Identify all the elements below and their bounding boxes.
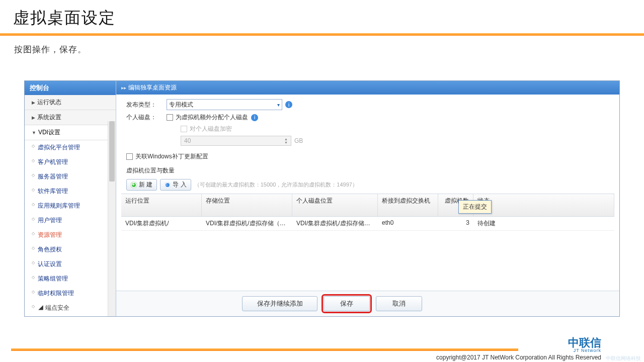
sidebar-header: 控制台: [25, 81, 116, 95]
row-disk-size: 40 ▲▼ GB: [126, 134, 609, 147]
form-area: 发布类型： 专用模式 ▾ i 个人磁盘： 为虚拟机额外分配个人磁盘 i 对个人磁…: [116, 95, 619, 164]
btn-label: 导 入: [173, 180, 186, 189]
publish-type-combo[interactable]: 专用模式 ▾: [167, 99, 282, 110]
sub-app-rule-mgmt[interactable]: 应用规则库管理: [25, 199, 116, 213]
personal-disk-text: 为虚拟机额外分配个人磁盘: [176, 113, 248, 122]
cell-switch: eth0: [378, 217, 438, 230]
sub-client-mgmt[interactable]: 客户机管理: [25, 155, 116, 169]
row-personal-disk: 个人磁盘： 为虚拟机额外分配个人磁盘 i: [126, 112, 609, 123]
nav-runtime-status[interactable]: ▶运行状态: [25, 95, 116, 110]
row-encrypt-disk: 对个人磁盘加密: [126, 123, 609, 134]
vdi-sublist: 虚拟化平台管理 客户机管理 服务器管理 软件库管理 应用规则库管理 用户管理 资…: [25, 140, 116, 317]
col-run-location: 运行位置: [121, 194, 202, 216]
win-update-text: 关联Windows补丁更新配置: [135, 152, 208, 161]
copyright-text: copyright@2017 JT NetWork Corporation Al…: [436, 354, 601, 361]
sub-server-mgmt[interactable]: 服务器管理: [25, 169, 116, 184]
nav-system-settings[interactable]: ▶系统设置: [25, 110, 116, 125]
col-personal-disk: 个人磁盘位置: [292, 194, 378, 216]
submitting-tooltip: 正在提交: [458, 200, 492, 214]
personal-disk-checkbox[interactable]: [167, 114, 173, 121]
watermark: 中联信网络科技: [606, 355, 641, 362]
chevron-down-icon: ▾: [277, 102, 280, 108]
cell-run: VDI/集群虚拟机/: [121, 217, 202, 230]
col-store-location: 存储位置: [202, 194, 292, 216]
col-vswitch: 桥接到虚拟交换机: [378, 194, 438, 216]
nav-label: VDI设置: [38, 128, 60, 137]
logo-main: 中联信: [568, 337, 601, 348]
sub-policy-group[interactable]: 策略组管理: [25, 272, 116, 286]
scrollbar-thumb[interactable]: [109, 121, 115, 182]
import-icon: [165, 182, 171, 188]
sub-virtual-platform[interactable]: 虚拟化平台管理: [25, 140, 116, 155]
personal-disk-label: 个人磁盘：: [126, 113, 167, 122]
chevron-right-icon: ▶: [32, 100, 35, 105]
grid-row[interactable]: VDI/集群虚拟机/ VDI/集群虚拟机/虚拟存储（三… VDI/集群虚拟机/虚…: [121, 217, 614, 231]
app-screenshot: 控制台 ▶运行状态 ▶系统设置 ▼VDI设置 虚拟化平台管理 客户机管理 服务器…: [24, 80, 620, 317]
info-icon[interactable]: i: [251, 114, 258, 121]
logo-sub: JT Network: [574, 348, 601, 353]
row-publish-type: 发布类型： 专用模式 ▾ i: [126, 98, 609, 112]
win-update-checkbox[interactable]: [126, 153, 133, 160]
button-bar: 保存并继续添加 保存 取消: [116, 291, 619, 316]
slide-title: 虚拟桌面设定: [0, 0, 644, 33]
encrypt-text: 对个人磁盘加密: [190, 125, 232, 133]
save-continue-button[interactable]: 保存并继续添加: [242, 296, 317, 311]
slide-subtitle: 按图操作，保存。: [0, 36, 644, 55]
chevron-right-icon: ▶: [32, 115, 35, 120]
endpoint-label: 端点安全: [45, 304, 69, 311]
cell-store: VDI/集群虚拟机/虚拟存储（三…: [202, 217, 292, 230]
row-win-update: 关联Windows补丁更新配置: [126, 151, 609, 162]
chevron-down-icon: ▼: [32, 130, 36, 135]
publish-type-label: 发布类型：: [126, 101, 167, 109]
grid-toolbar: 新 建 导 入 （可创建的最大虚拟机数：15000，允许添加的虚拟机数：1499…: [116, 177, 619, 193]
sub-resource-mgmt[interactable]: 资源管理: [25, 228, 116, 242]
grid-header: 运行位置 存储位置 个人磁盘位置 桥接到虚拟交换机 虚拟机数量 状态: [121, 194, 614, 217]
nav-vdi-settings[interactable]: ▼VDI设置: [25, 125, 116, 140]
cell-status: 待创建: [473, 217, 614, 230]
endpoint-children: 端点安全规则 端点安全策略: [25, 315, 116, 317]
sub-user-mgmt[interactable]: 用户管理: [25, 213, 116, 228]
footer-divider: [11, 348, 518, 351]
nav-label: 运行状态: [37, 98, 61, 107]
sidebar-scrollbar[interactable]: [108, 121, 116, 316]
sub-role-auth[interactable]: 角色授权: [25, 242, 116, 257]
col-status: 状态: [473, 194, 614, 216]
cell-count: 3: [438, 217, 473, 230]
disk-size-unit: GB: [294, 137, 303, 144]
sidebar: 控制台 ▶运行状态 ▶系统设置 ▼VDI设置 虚拟化平台管理 客户机管理 服务器…: [25, 81, 116, 316]
sub-endpoint-security[interactable]: ◢ 端点安全: [25, 301, 116, 315]
company-logo: 中联信 JT Network: [568, 337, 601, 353]
toolbar-hint: （可创建的最大虚拟机数：15000，允许添加的虚拟机数：14997）: [194, 181, 358, 189]
disk-size-value: 40: [184, 137, 191, 144]
section-vm-location: 虚拟机位置与数量: [116, 164, 619, 177]
cell-pdisk: VDI/集群虚拟机/虚拟存储（…: [292, 217, 378, 230]
nav-label: 系统设置: [37, 113, 61, 122]
slide-footer: 中联信 JT Network copyright@2017 JT NetWork…: [0, 342, 644, 362]
disk-size-input: 40 ▲▼: [181, 136, 291, 146]
panel-header: ▸▸编辑独享桌面资源: [116, 81, 619, 95]
cancel-button[interactable]: 取消: [376, 296, 422, 311]
sub-auth-settings[interactable]: 认证设置: [25, 257, 116, 272]
spinner-icon: ▲▼: [284, 137, 288, 144]
new-button[interactable]: 新 建: [126, 179, 157, 191]
add-icon: [131, 182, 137, 188]
encrypt-checkbox: [181, 126, 187, 132]
info-icon[interactable]: i: [285, 101, 292, 108]
sub-temp-perm[interactable]: 临时权限管理: [25, 286, 116, 301]
breadcrumb-icon: ▸▸: [121, 85, 126, 90]
sub-endpoint-rule[interactable]: 端点安全规则: [33, 315, 116, 317]
combo-value: 专用模式: [169, 101, 193, 109]
panel-title: 编辑独享桌面资源: [128, 83, 177, 92]
main-panel: ▸▸编辑独享桌面资源 发布类型： 专用模式 ▾ i 个人磁盘： 为虚拟机额外分配…: [116, 81, 619, 316]
sub-software-mgmt[interactable]: 软件库管理: [25, 184, 116, 199]
btn-label: 新 建: [139, 180, 152, 189]
save-button[interactable]: 保存: [324, 296, 370, 311]
import-button[interactable]: 导 入: [160, 179, 191, 191]
